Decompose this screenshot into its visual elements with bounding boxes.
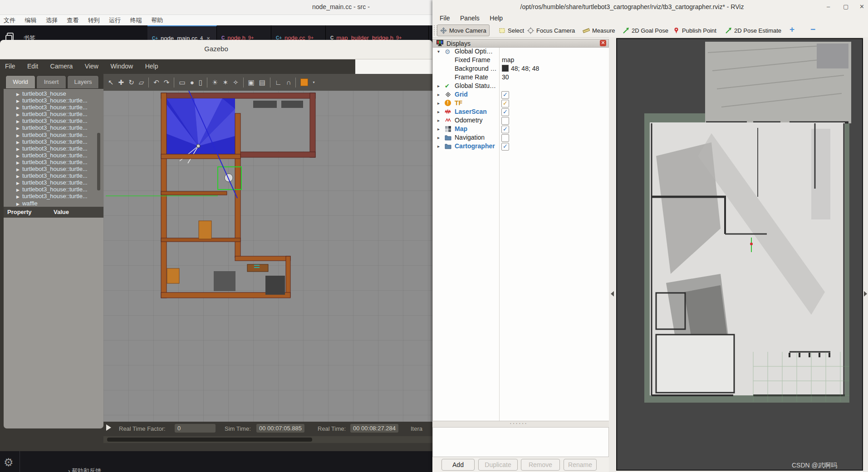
rviz-menu-help[interactable]: Help	[490, 15, 503, 22]
gazebo-3d-viewport[interactable]	[103, 91, 432, 422]
redo-icon[interactable]: ↷	[164, 78, 170, 87]
tree-item[interactable]: turtlebot3_house::turtle...	[4, 179, 103, 186]
expand-arrow-icon[interactable]	[16, 202, 20, 206]
gazebo-menu-camera[interactable]: Camera	[50, 63, 73, 70]
panel-close-icon[interactable]	[600, 40, 606, 46]
expand-arrow-icon[interactable]	[16, 167, 20, 172]
expand-arrow-icon[interactable]	[16, 119, 20, 124]
tree-item[interactable]: turtlebot3_house::turtle...	[4, 138, 103, 145]
tab-insert[interactable]: Insert	[36, 75, 66, 89]
expand-arrow-icon[interactable]	[16, 174, 20, 179]
expand-arrow-icon[interactable]	[437, 127, 440, 131]
expand-arrow-icon[interactable]	[16, 140, 20, 145]
expand-arrow-icon[interactable]	[16, 161, 20, 165]
rviz-menu-panels[interactable]: Panels	[460, 15, 480, 22]
tool-2d-pose-estimate[interactable]: 2D Pose Estimate	[722, 24, 784, 36]
frame-rate-value[interactable]: 30	[502, 73, 509, 81]
vscode-menu-run[interactable]: 运行	[109, 16, 121, 24]
add-tool-button[interactable]: +	[790, 24, 794, 34]
sphere-icon[interactable]: ●	[190, 78, 194, 86]
tool-focus-camera[interactable]: Focus Camera	[525, 24, 578, 36]
display-row-background-color[interactable]: Background … 48; 48; 48	[432, 65, 609, 73]
display-row-fixed-frame[interactable]: Fixed Frame map	[432, 56, 609, 65]
tree-item[interactable]: turtlebot3_house::turtle...	[4, 111, 103, 117]
display-row-global-status[interactable]: Global Statu…	[432, 82, 609, 91]
left-panel-collapse-splitter[interactable]	[609, 37, 616, 472]
grid-checkbox[interactable]	[501, 91, 509, 99]
rotate-icon[interactable]: ↻	[128, 78, 134, 87]
expand-arrow-icon[interactable]	[437, 135, 440, 140]
vscode-menu-file[interactable]: 文件	[4, 16, 15, 24]
tree-item[interactable]: turtlebot3_house::turtle...	[4, 124, 103, 131]
tree-item[interactable]: waffle	[4, 200, 103, 207]
vscode-menu-view[interactable]: 查看	[67, 16, 78, 24]
expand-arrow-icon[interactable]	[16, 92, 20, 97]
tree-scrollbar[interactable]	[97, 133, 100, 190]
rename-display-button[interactable]: Rename	[564, 459, 597, 471]
tool-move-camera[interactable]: Move Camera	[437, 24, 490, 36]
remove-display-button[interactable]: Remove	[521, 459, 560, 471]
expand-arrow-icon[interactable]	[437, 92, 440, 97]
duplicate-display-button[interactable]: Duplicate	[478, 459, 518, 471]
expand-arrow-icon[interactable]	[16, 133, 20, 138]
tree-item[interactable]: turtlebot3_house::turtle...	[4, 152, 103, 159]
remove-tool-button[interactable]: −	[810, 24, 815, 34]
tree-item[interactable]: turtlebot3_house::turtle...	[4, 172, 103, 179]
expand-arrow-icon[interactable]	[16, 147, 20, 151]
add-display-button[interactable]: Add	[441, 459, 475, 471]
close-icon[interactable]: ✕	[859, 3, 864, 10]
cartographer-checkbox[interactable]	[501, 143, 509, 151]
gear-icon[interactable]: ⚙	[4, 456, 14, 469]
gazebo-menu-help[interactable]: Help	[145, 63, 158, 70]
vscode-menu-goto[interactable]: 转到	[88, 16, 100, 24]
map-checkbox[interactable]	[501, 126, 509, 133]
expand-arrow-icon[interactable]	[16, 126, 20, 131]
box-icon[interactable]: ▭	[179, 78, 185, 87]
tree-item[interactable]: turtlebot3_house	[4, 90, 103, 97]
spot-light-icon[interactable]: ✶	[222, 78, 228, 87]
rviz-menu-file[interactable]: File	[440, 15, 450, 22]
maximize-icon[interactable]: ▢	[843, 3, 848, 10]
vscode-menu-help[interactable]: 帮助	[151, 16, 163, 24]
odometry-checkbox[interactable]	[501, 117, 509, 125]
expand-arrow-icon[interactable]	[16, 106, 20, 110]
tree-item[interactable]: turtlebot3_house::turtle...	[4, 186, 103, 193]
display-row-navigation[interactable]: Navigation	[432, 134, 609, 142]
tool-publish-point[interactable]: Publish Point	[670, 24, 719, 36]
right-panel-collapse-splitter[interactable]	[863, 37, 868, 472]
tree-item[interactable]: turtlebot3_house::turtle...	[4, 165, 103, 172]
expand-arrow-icon[interactable]	[437, 83, 440, 88]
display-row-map[interactable]: Map	[432, 125, 609, 134]
expand-arrow-icon[interactable]	[437, 49, 440, 54]
collapse-left-icon[interactable]	[611, 291, 614, 297]
expand-arrow-icon[interactable]	[437, 101, 440, 106]
display-row-frame-rate[interactable]: Frame Rate 30	[432, 73, 609, 82]
directional-light-icon[interactable]: ✧	[233, 78, 239, 87]
copy-icon[interactable]: ▣	[248, 78, 255, 87]
display-row-odometry[interactable]: Odometry	[432, 117, 609, 125]
play-icon[interactable]	[106, 424, 111, 431]
tree-item[interactable]: turtlebot3_house::turtle...	[4, 117, 103, 124]
tree-item[interactable]: turtlebot3_house::turtle...	[4, 193, 103, 200]
tab-world[interactable]: World	[5, 75, 35, 89]
gazebo-menu-file[interactable]: File	[5, 63, 15, 70]
display-row-grid[interactable]: Grid	[432, 91, 609, 99]
rviz-render-view[interactable]	[616, 38, 863, 471]
expand-arrow-icon[interactable]	[437, 144, 440, 149]
vscode-menu-selection[interactable]: 选择	[46, 16, 58, 24]
display-row-cartographer[interactable]: Cartographer	[432, 142, 609, 151]
tf-checkbox[interactable]	[501, 100, 509, 107]
navigation-checkbox[interactable]	[501, 134, 509, 142]
tree-item[interactable]: turtlebot3_house::turtle...	[4, 97, 103, 104]
expand-arrow-icon[interactable]	[16, 195, 20, 199]
vscode-menu-edit[interactable]: 编辑	[25, 16, 36, 24]
scale-icon[interactable]: ▱	[139, 78, 144, 87]
display-row-global-options[interactable]: Global Opti…	[432, 48, 609, 56]
chevron-down-icon[interactable]: ▾	[313, 80, 314, 84]
tool-select[interactable]: Select	[496, 24, 527, 36]
gazebo-menu-view[interactable]: View	[85, 63, 98, 70]
expand-arrow-icon[interactable]	[16, 181, 20, 185]
expand-arrow-icon[interactable]	[16, 188, 20, 192]
expand-arrow-icon[interactable]	[16, 99, 20, 103]
minimize-icon[interactable]: –	[827, 3, 830, 10]
